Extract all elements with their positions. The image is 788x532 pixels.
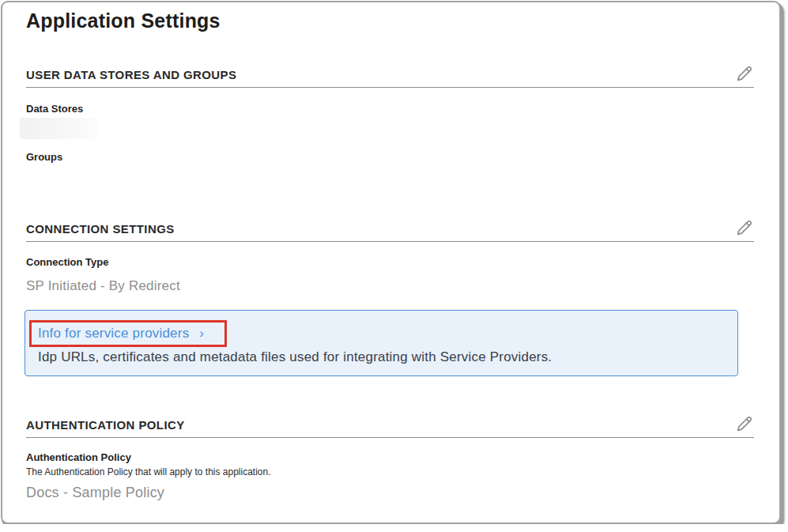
section-title: CONNECTION SETTINGS bbox=[26, 222, 175, 236]
section-title: AUTHENTICATION POLICY bbox=[26, 418, 185, 432]
section-connection-settings: CONNECTION SETTINGS Connection Type SP I… bbox=[26, 220, 754, 376]
section-header: CONNECTION SETTINGS bbox=[26, 220, 754, 242]
authentication-policy-value: Docs - Sample Policy bbox=[26, 485, 754, 501]
section-authentication-policy: AUTHENTICATION POLICY Authentication Pol… bbox=[26, 416, 754, 501]
data-stores-label: Data Stores bbox=[26, 103, 754, 115]
section-title: USER DATA STORES AND GROUPS bbox=[26, 68, 236, 81]
authentication-policy-help-text: The Authentication Policy that will appl… bbox=[26, 466, 754, 477]
info-box-description: Idp URLs, certificates and metadata file… bbox=[36, 349, 726, 365]
info-link-label: Info for service providers bbox=[38, 326, 189, 341]
service-providers-info-box: Info for service providers › Idp URLs, c… bbox=[25, 310, 738, 376]
section-header: USER DATA STORES AND GROUPS bbox=[26, 66, 754, 88]
connection-type-value: SP Initiated - By Redirect bbox=[26, 278, 754, 294]
edit-authentication-policy-button[interactable] bbox=[737, 416, 752, 432]
data-stores-redacted-value bbox=[20, 118, 98, 139]
application-settings-page: Application Settings USER DATA STORES AN… bbox=[2, 2, 779, 501]
edit-connection-settings-button[interactable] bbox=[737, 220, 752, 236]
edit-pencil-icon bbox=[737, 72, 752, 84]
section-header: AUTHENTICATION POLICY bbox=[26, 416, 754, 438]
authentication-policy-label: Authentication Policy bbox=[26, 451, 754, 463]
chevron-right-icon: › bbox=[199, 326, 204, 341]
edit-user-data-stores-button[interactable] bbox=[737, 66, 752, 81]
screenshot-frame: Application Settings USER DATA STORES AN… bbox=[1, 1, 781, 524]
annotation-highlight-red-box: Info for service providers › bbox=[29, 320, 227, 347]
info-for-service-providers-link[interactable]: Info for service providers › bbox=[38, 326, 204, 341]
connection-type-label: Connection Type bbox=[26, 256, 754, 268]
page-title: Application Settings bbox=[26, 9, 754, 32]
edit-pencil-icon bbox=[737, 226, 752, 238]
section-user-data-stores-and-groups: USER DATA STORES AND GROUPS Data Stores … bbox=[26, 66, 754, 163]
edit-pencil-icon bbox=[737, 422, 752, 434]
groups-label: Groups bbox=[26, 151, 754, 163]
